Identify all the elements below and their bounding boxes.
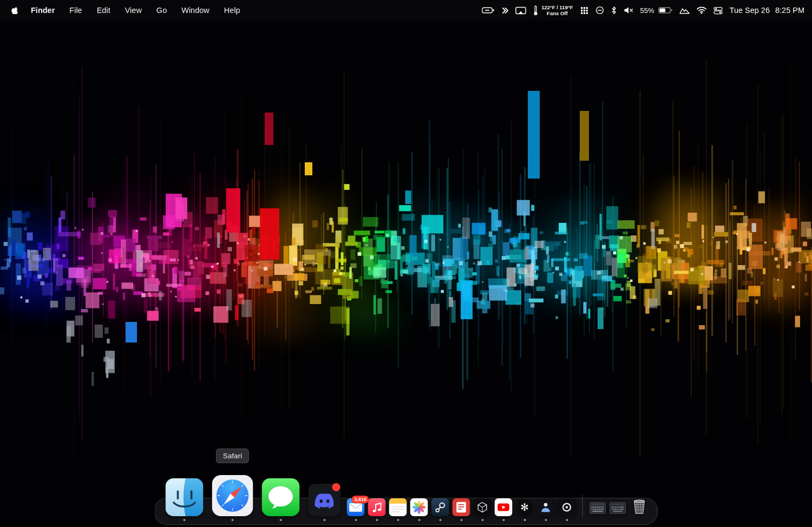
battery-icon xyxy=(658,7,672,14)
dock-app-youtube[interactable] xyxy=(495,498,513,522)
menu-go[interactable]: Go xyxy=(156,0,167,21)
dark-ring-app-icon xyxy=(558,498,576,516)
running-indicator xyxy=(397,519,399,521)
dock-app-chatgpt[interactable]: ✻ xyxy=(516,498,534,522)
minimized-window-thumbnail[interactable] xyxy=(610,499,626,522)
photos-icon xyxy=(410,498,428,516)
window-thumbnail-icon xyxy=(610,499,626,516)
mail-unread-badge: 3,616 xyxy=(352,496,369,503)
svg-text:✻: ✻ xyxy=(520,502,529,513)
temperature-widget[interactable]: 122°F / 119°F Fans Off xyxy=(533,4,573,17)
apple-logo-icon xyxy=(11,5,19,15)
running-indicator xyxy=(324,519,326,521)
running-indicator xyxy=(418,519,420,521)
finder-icon xyxy=(166,478,204,516)
circle-dash-icon[interactable] xyxy=(595,6,604,15)
dock-app-red[interactable] xyxy=(453,498,470,522)
dock-app-steam[interactable] xyxy=(431,498,449,522)
dark-blue-app-icon xyxy=(537,498,555,516)
running-indicator xyxy=(460,519,462,521)
running-indicator xyxy=(439,519,441,521)
dock-app-messages[interactable] xyxy=(262,478,300,522)
red-app-icon xyxy=(453,498,470,516)
running-indicator xyxy=(545,519,547,521)
hexagon-app-icon xyxy=(474,498,492,516)
dock: Safari xyxy=(155,475,658,525)
thermometer-icon xyxy=(533,5,538,16)
menu-view[interactable]: View xyxy=(125,0,142,21)
minimized-window-thumbnail[interactable] xyxy=(590,499,606,522)
running-indicator xyxy=(566,519,568,521)
dock-app-dark-2[interactable] xyxy=(558,498,576,522)
running-indicator xyxy=(280,519,282,521)
menu-bar-status-area: 122°F / 119°F Fans Off 55% xyxy=(482,4,804,17)
running-indicator xyxy=(376,519,378,521)
menu-bar-clock[interactable]: Tue Sep 26 8:25 PM xyxy=(730,6,804,15)
grid-icon[interactable] xyxy=(580,6,588,15)
running-indicator xyxy=(355,519,357,521)
dock-app-notes[interactable] xyxy=(389,498,407,522)
dock-items: Safari xyxy=(155,475,658,525)
running-indicator xyxy=(481,519,483,521)
dock-app-safari[interactable]: Safari xyxy=(212,475,253,522)
battery-status[interactable]: 55% xyxy=(640,6,672,15)
music-icon xyxy=(368,498,386,516)
fan-status: Fans Off xyxy=(547,10,568,16)
window-thumbnail-icon xyxy=(590,499,606,516)
dock-app-dark-1[interactable] xyxy=(537,498,555,522)
steam-icon xyxy=(431,498,449,516)
dock-app-mail[interactable]: 3,616 xyxy=(347,498,365,522)
screen-mirroring-icon[interactable] xyxy=(515,6,526,15)
dock-separator xyxy=(582,494,583,517)
menu-file[interactable]: File xyxy=(69,0,82,21)
dock-app-hexagon[interactable] xyxy=(474,498,492,522)
menu-window[interactable]: Window xyxy=(181,0,209,21)
desktop-wallpaper xyxy=(0,0,812,527)
battery-widget-icon[interactable] xyxy=(482,7,494,14)
mountain-icon[interactable] xyxy=(679,7,690,14)
safari-icon xyxy=(212,475,253,516)
youtube-icon xyxy=(495,498,513,516)
notes-icon xyxy=(389,498,407,516)
dock-app-music[interactable] xyxy=(368,498,386,522)
running-indicator xyxy=(232,519,234,521)
dock-trash[interactable] xyxy=(630,496,650,522)
trash-icon xyxy=(630,496,650,516)
volume-mute-icon[interactable] xyxy=(624,6,633,14)
temperature-value: 122°F / 119°F xyxy=(541,4,573,10)
messages-icon xyxy=(262,478,300,516)
running-indicator xyxy=(523,519,526,521)
chatgpt-icon: ✻ xyxy=(516,498,534,516)
menu-bar-left: Finder File Edit View Go Window Help xyxy=(11,0,255,21)
battery-percent: 55% xyxy=(640,6,654,15)
wifi-icon[interactable] xyxy=(697,6,706,14)
dock-app-finder[interactable] xyxy=(166,478,204,522)
menu-help[interactable]: Help xyxy=(224,0,240,21)
running-indicator xyxy=(502,519,505,521)
control-center-icon[interactable] xyxy=(713,6,723,15)
menu-bar: Finder File Edit View Go Window Help 122… xyxy=(0,0,812,21)
dock-app-discord[interactable] xyxy=(309,484,341,522)
menu-bar-time: 8:25 PM xyxy=(775,6,804,15)
app-menu-finder[interactable]: Finder xyxy=(31,0,55,21)
running-indicator xyxy=(184,519,186,521)
apple-menu[interactable] xyxy=(11,5,19,15)
menu-edit[interactable]: Edit xyxy=(97,0,110,21)
bluetooth-icon[interactable] xyxy=(611,6,617,15)
notification-badge xyxy=(332,483,340,491)
expand-chevron-icon[interactable] xyxy=(501,7,508,14)
dock-tooltip: Safari xyxy=(216,449,249,463)
dock-app-photos[interactable] xyxy=(410,498,428,522)
menu-bar-date: Tue Sep 26 xyxy=(730,6,770,15)
